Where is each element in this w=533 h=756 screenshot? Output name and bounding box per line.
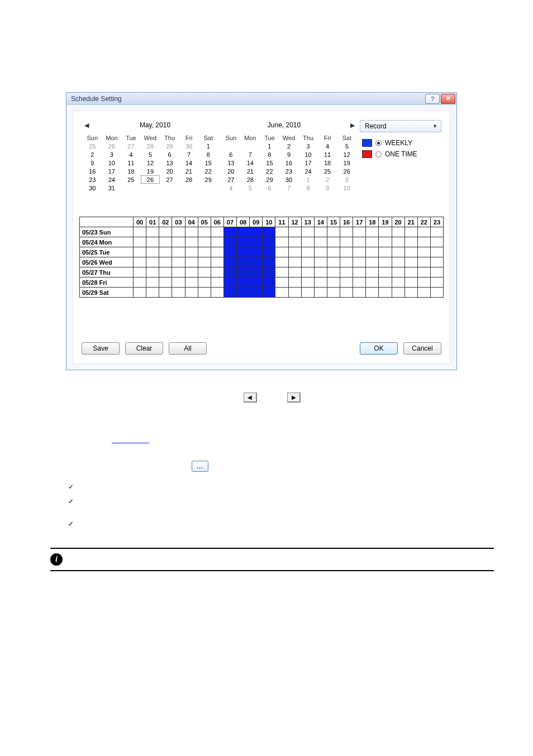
calendar-day[interactable]: 10 <box>337 184 356 192</box>
schedule-cell[interactable] <box>172 277 185 288</box>
schedule-cell[interactable] <box>379 227 392 237</box>
schedule-cell[interactable] <box>134 227 146 237</box>
schedule-cell[interactable] <box>430 267 443 277</box>
schedule-cell[interactable] <box>250 288 263 298</box>
schedule-cell[interactable] <box>275 257 288 267</box>
schedule-cell[interactable] <box>301 267 314 277</box>
schedule-cell[interactable] <box>146 257 159 267</box>
calendar-day[interactable]: 1 <box>198 142 218 150</box>
calendar-day[interactable]: 26 <box>102 142 122 150</box>
schedule-cell[interactable] <box>288 277 301 288</box>
next-month-button[interactable]: ▶ <box>349 122 356 129</box>
schedule-cell[interactable] <box>430 247 443 257</box>
schedule-cell[interactable] <box>237 247 250 257</box>
calendar-day[interactable]: 23 <box>83 175 102 184</box>
calendar-day[interactable]: 11 <box>318 150 337 159</box>
calendar-day[interactable] <box>160 184 179 192</box>
schedule-cell[interactable] <box>288 257 301 267</box>
calendar-day[interactable]: 24 <box>298 167 318 175</box>
schedule-cell[interactable] <box>159 277 172 288</box>
schedule-cell[interactable] <box>327 257 340 267</box>
schedule-cell[interactable] <box>366 227 379 237</box>
schedule-cell[interactable] <box>185 237 198 247</box>
schedule-cell[interactable] <box>392 227 404 237</box>
calendar-day[interactable]: 7 <box>279 184 299 192</box>
schedule-cell[interactable] <box>134 257 146 267</box>
schedule-cell[interactable] <box>198 277 211 288</box>
schedule-cell[interactable] <box>288 227 301 237</box>
schedule-cell[interactable] <box>392 277 404 288</box>
schedule-cell[interactable] <box>430 277 443 288</box>
calendar-left[interactable]: SunMonTueWedThuFriSat2526272829301234567… <box>83 133 218 192</box>
schedule-cell[interactable] <box>250 247 263 257</box>
calendar-day[interactable]: 5 <box>241 184 260 192</box>
calendar-day[interactable]: 22 <box>198 167 218 175</box>
schedule-cell[interactable] <box>430 288 443 298</box>
schedule-cell[interactable] <box>250 277 263 288</box>
calendar-day[interactable]: 13 <box>160 159 179 167</box>
calendar-day[interactable]: 1 <box>298 175 318 184</box>
calendar-day[interactable]: 2 <box>318 175 337 184</box>
calendar-day[interactable]: 29 <box>198 175 218 184</box>
schedule-cell[interactable] <box>275 267 288 277</box>
calendar-day[interactable]: 8 <box>198 150 218 159</box>
schedule-cell[interactable] <box>314 277 327 288</box>
schedule-cell[interactable] <box>223 247 236 257</box>
schedule-cell[interactable] <box>404 267 417 277</box>
schedule-cell[interactable] <box>430 227 443 237</box>
schedule-cell[interactable] <box>263 277 275 288</box>
schedule-cell[interactable] <box>211 257 223 267</box>
schedule-cell[interactable] <box>134 267 146 277</box>
schedule-cell[interactable] <box>404 247 417 257</box>
schedule-cell[interactable] <box>211 267 223 277</box>
calendar-day[interactable]: 9 <box>318 184 337 192</box>
schedule-cell[interactable] <box>159 237 172 247</box>
schedule-cell[interactable] <box>327 277 340 288</box>
all-button[interactable]: All <box>169 342 207 355</box>
mode-dropdown[interactable]: Record ▼ <box>360 120 441 132</box>
calendar-day[interactable]: 25 <box>83 142 102 150</box>
schedule-cell[interactable] <box>223 257 236 267</box>
calendar-day[interactable]: 27 <box>160 175 179 184</box>
schedule-cell[interactable] <box>379 267 392 277</box>
weekly-radio[interactable] <box>375 140 382 146</box>
schedule-cell[interactable] <box>392 257 404 267</box>
calendar-day[interactable]: 25 <box>121 175 141 184</box>
schedule-cell[interactable] <box>185 247 198 257</box>
schedule-cell[interactable] <box>404 288 417 298</box>
schedule-cell[interactable] <box>430 237 443 247</box>
schedule-cell[interactable] <box>223 227 236 237</box>
schedule-cell[interactable] <box>146 267 159 277</box>
calendar-day[interactable]: 23 <box>279 167 299 175</box>
schedule-cell[interactable] <box>250 257 263 267</box>
schedule-cell[interactable] <box>417 288 430 298</box>
onetime-radio[interactable] <box>375 151 382 157</box>
calendar-day[interactable]: 30 <box>83 184 102 192</box>
schedule-cell[interactable] <box>275 227 288 237</box>
schedule-cell[interactable] <box>366 288 379 298</box>
calendar-day[interactable]: 3 <box>337 175 356 184</box>
schedule-cell[interactable] <box>327 227 340 237</box>
schedule-cell[interactable] <box>379 288 392 298</box>
schedule-cell[interactable] <box>250 237 263 247</box>
calendar-day[interactable]: 28 <box>141 142 160 150</box>
schedule-cell[interactable] <box>185 288 198 298</box>
calendar-day[interactable]: 6 <box>260 184 279 192</box>
schedule-cell[interactable] <box>172 227 185 237</box>
schedule-cell[interactable] <box>404 227 417 237</box>
schedule-cell[interactable] <box>263 247 275 257</box>
schedule-cell[interactable] <box>379 277 392 288</box>
schedule-cell[interactable] <box>185 227 198 237</box>
help-button[interactable]: ? <box>425 94 440 104</box>
calendar-day[interactable]: 21 <box>241 167 260 175</box>
calendar-day[interactable]: 19 <box>337 159 356 167</box>
schedule-cell[interactable] <box>379 257 392 267</box>
calendar-day[interactable]: 20 <box>221 167 241 175</box>
schedule-cell[interactable] <box>353 288 366 298</box>
schedule-cell[interactable] <box>159 227 172 237</box>
calendar-day[interactable]: 25 <box>318 167 337 175</box>
calendar-day[interactable]: 7 <box>241 150 260 159</box>
schedule-cell[interactable] <box>159 267 172 277</box>
calendar-day[interactable]: 11 <box>121 159 141 167</box>
schedule-cell[interactable] <box>198 247 211 257</box>
